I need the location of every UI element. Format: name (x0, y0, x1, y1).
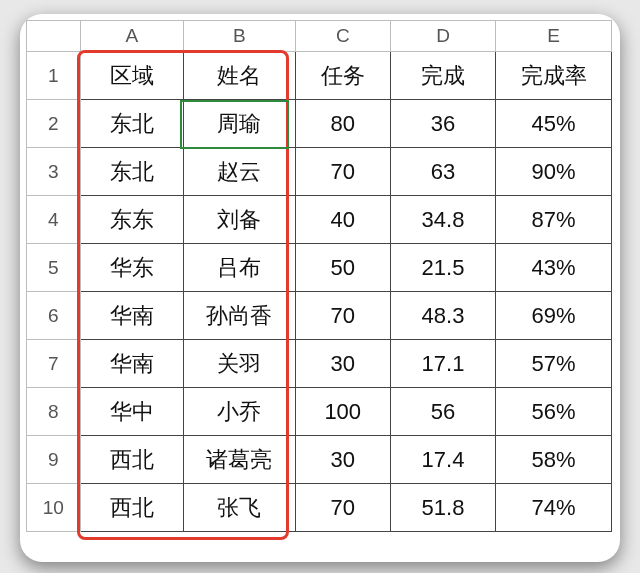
table-row: 5 华东 吕布 50 21.5 43% (27, 244, 612, 292)
cell-C8[interactable]: 100 (295, 388, 390, 436)
cell-C9[interactable]: 30 (295, 436, 390, 484)
cell-A9[interactable]: 西北 (80, 436, 183, 484)
cell-A5[interactable]: 华东 (80, 244, 183, 292)
cell-C1[interactable]: 任务 (295, 52, 390, 100)
cell-A8[interactable]: 华中 (80, 388, 183, 436)
cell-A10[interactable]: 西北 (80, 484, 183, 532)
cell-C2[interactable]: 80 (295, 100, 390, 148)
grid[interactable]: A B C D E 1 区域 姓名 任务 完成 完成率 2 东北 周瑜 80 3… (26, 20, 612, 532)
cell-B9[interactable]: 诸葛亮 (184, 436, 296, 484)
cell-B6[interactable]: 孙尚香 (184, 292, 296, 340)
col-header-C[interactable]: C (295, 21, 390, 52)
cell-B10[interactable]: 张飞 (184, 484, 296, 532)
cell-E5[interactable]: 43% (496, 244, 612, 292)
col-header-A[interactable]: A (80, 21, 183, 52)
cell-D9[interactable]: 17.4 (390, 436, 495, 484)
row-header-9[interactable]: 9 (27, 436, 81, 484)
row-header-6[interactable]: 6 (27, 292, 81, 340)
cell-B2[interactable]: 周瑜 (184, 100, 296, 148)
cell-C6[interactable]: 70 (295, 292, 390, 340)
row-header-10[interactable]: 10 (27, 484, 81, 532)
col-header-D[interactable]: D (390, 21, 495, 52)
cell-D7[interactable]: 17.1 (390, 340, 495, 388)
cell-A4[interactable]: 东东 (80, 196, 183, 244)
row-header-2[interactable]: 2 (27, 100, 81, 148)
column-header-row: A B C D E (27, 21, 612, 52)
cell-A1[interactable]: 区域 (80, 52, 183, 100)
cell-B3[interactable]: 赵云 (184, 148, 296, 196)
cell-E10[interactable]: 74% (496, 484, 612, 532)
cell-D8[interactable]: 56 (390, 388, 495, 436)
spreadsheet: A B C D E 1 区域 姓名 任务 完成 完成率 2 东北 周瑜 80 3… (20, 14, 620, 562)
cell-C5[interactable]: 50 (295, 244, 390, 292)
cell-E6[interactable]: 69% (496, 292, 612, 340)
row-header-5[interactable]: 5 (27, 244, 81, 292)
cell-E3[interactable]: 90% (496, 148, 612, 196)
cell-E4[interactable]: 87% (496, 196, 612, 244)
table-row: 1 区域 姓名 任务 完成 完成率 (27, 52, 612, 100)
table-row: 7 华南 关羽 30 17.1 57% (27, 340, 612, 388)
cell-B4[interactable]: 刘备 (184, 196, 296, 244)
col-header-B[interactable]: B (184, 21, 296, 52)
cell-E7[interactable]: 57% (496, 340, 612, 388)
cell-D5[interactable]: 21.5 (390, 244, 495, 292)
cell-E2[interactable]: 45% (496, 100, 612, 148)
table-row: 4 东东 刘备 40 34.8 87% (27, 196, 612, 244)
cell-C4[interactable]: 40 (295, 196, 390, 244)
row-header-1[interactable]: 1 (27, 52, 81, 100)
table-row: 2 东北 周瑜 80 36 45% (27, 100, 612, 148)
cell-D10[interactable]: 51.8 (390, 484, 495, 532)
cell-A6[interactable]: 华南 (80, 292, 183, 340)
row-header-4[interactable]: 4 (27, 196, 81, 244)
cell-D6[interactable]: 48.3 (390, 292, 495, 340)
cell-A2[interactable]: 东北 (80, 100, 183, 148)
cell-E1[interactable]: 完成率 (496, 52, 612, 100)
table-row: 3 东北 赵云 70 63 90% (27, 148, 612, 196)
cell-D3[interactable]: 63 (390, 148, 495, 196)
table-row: 10 西北 张飞 70 51.8 74% (27, 484, 612, 532)
row-header-8[interactable]: 8 (27, 388, 81, 436)
table-row: 9 西北 诸葛亮 30 17.4 58% (27, 436, 612, 484)
cell-D1[interactable]: 完成 (390, 52, 495, 100)
cell-D4[interactable]: 34.8 (390, 196, 495, 244)
cell-B5[interactable]: 吕布 (184, 244, 296, 292)
cell-C3[interactable]: 70 (295, 148, 390, 196)
select-all-corner[interactable] (27, 21, 81, 52)
cell-B7[interactable]: 关羽 (184, 340, 296, 388)
cell-B8[interactable]: 小乔 (184, 388, 296, 436)
cell-B1[interactable]: 姓名 (184, 52, 296, 100)
cell-C7[interactable]: 30 (295, 340, 390, 388)
cell-E8[interactable]: 56% (496, 388, 612, 436)
row-header-3[interactable]: 3 (27, 148, 81, 196)
cell-C10[interactable]: 70 (295, 484, 390, 532)
col-header-E[interactable]: E (496, 21, 612, 52)
table-row: 8 华中 小乔 100 56 56% (27, 388, 612, 436)
table-row: 6 华南 孙尚香 70 48.3 69% (27, 292, 612, 340)
cell-A7[interactable]: 华南 (80, 340, 183, 388)
cell-E9[interactable]: 58% (496, 436, 612, 484)
cell-D2[interactable]: 36 (390, 100, 495, 148)
cell-A3[interactable]: 东北 (80, 148, 183, 196)
row-header-7[interactable]: 7 (27, 340, 81, 388)
